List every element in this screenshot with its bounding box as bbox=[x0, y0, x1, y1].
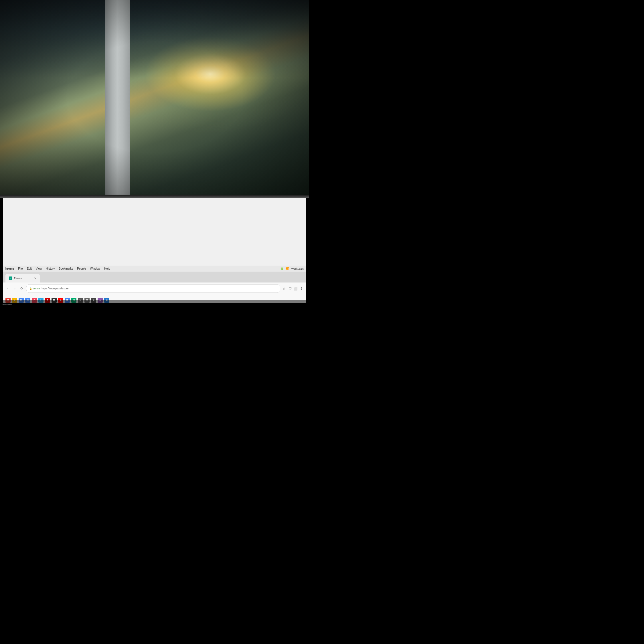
shield-button[interactable]: 🛡 bbox=[288, 286, 292, 291]
tab-close-button[interactable]: ✕ bbox=[34, 277, 36, 280]
bookmark-button[interactable]: ☆ bbox=[282, 286, 287, 291]
menu-help[interactable]: Help bbox=[104, 267, 110, 270]
monitor-screen: hrome File Edit View History Bookmarks P… bbox=[3, 198, 306, 303]
pillar bbox=[105, 0, 130, 195]
menu-file[interactable]: File bbox=[18, 267, 23, 270]
menu-edit[interactable]: Edit bbox=[27, 267, 31, 270]
menu-history[interactable]: History bbox=[46, 267, 55, 270]
time-display: Wed 16:15 bbox=[291, 267, 304, 270]
menu-bar-items: hrome File Edit View History Bookmarks P… bbox=[5, 267, 110, 270]
browser-tab-pexels[interactable]: P Pexels ✕ bbox=[5, 274, 40, 282]
address-bar-actions: ☆ 🛡 ⬜ ⋮ bbox=[282, 286, 304, 291]
url-bar[interactable]: 🔒 Secure https://www.pexels.com bbox=[26, 284, 280, 293]
menu-hrome[interactable]: hrome bbox=[5, 267, 14, 270]
photo-layer bbox=[0, 0, 309, 195]
secure-indicator: 🔒 Secure bbox=[29, 287, 40, 290]
menu-bar-right: 🔋 📶 Wed 16:15 bbox=[280, 267, 304, 270]
browser-chrome: hrome File Edit View History Bookmarks P… bbox=[3, 266, 306, 303]
tab-bar: P Pexels ✕ bbox=[3, 272, 306, 283]
menu-people[interactable]: People bbox=[77, 267, 86, 270]
reload-button[interactable]: ⟳ bbox=[19, 286, 24, 291]
tab-title: Pexels bbox=[14, 277, 22, 280]
menu-bookmarks[interactable]: Bookmarks bbox=[59, 267, 73, 270]
back-button[interactable]: ‹ bbox=[5, 286, 11, 291]
extensions-button[interactable]: ⬜ bbox=[293, 286, 298, 291]
status-text: Searches bbox=[2, 303, 12, 306]
menu-view[interactable]: View bbox=[36, 267, 42, 270]
more-button[interactable]: ⋮ bbox=[299, 286, 304, 291]
url-text: https://www.pexels.com bbox=[42, 287, 68, 290]
menu-window[interactable]: Window bbox=[90, 267, 100, 270]
screen-bezel bbox=[0, 195, 309, 198]
battery-icon: 🔋 bbox=[280, 267, 284, 270]
address-bar: ‹ › ⟳ 🔒 Secure https://www.pexels.com ☆ … bbox=[3, 283, 306, 295]
tab-favicon: P bbox=[9, 276, 12, 280]
wifi-icon: 📶 bbox=[286, 267, 289, 270]
forward-button[interactable]: › bbox=[12, 286, 17, 291]
background-photo bbox=[0, 0, 309, 195]
menu-bar: hrome File Edit View History Bookmarks P… bbox=[3, 266, 306, 272]
status-bar: Searches bbox=[0, 300, 309, 309]
